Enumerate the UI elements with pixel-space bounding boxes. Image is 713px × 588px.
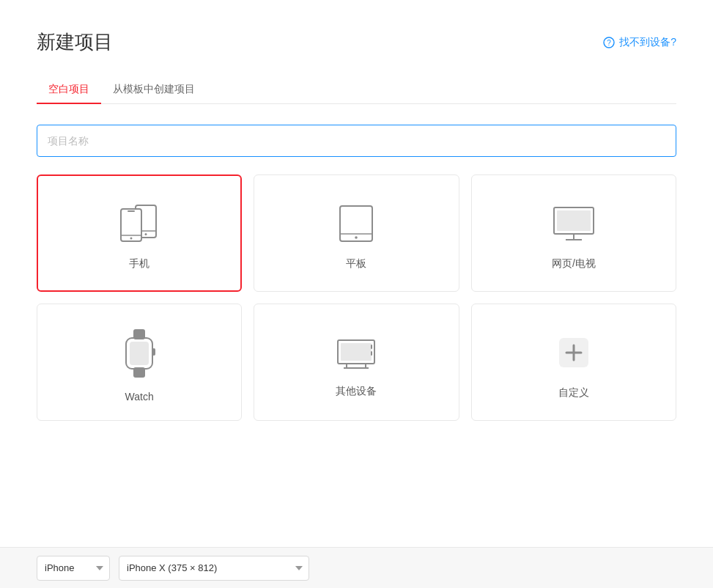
device-label-other: 其他设备 — [336, 385, 377, 398]
page-container: 新建项目 ? 找不到设备? 空白项目 从模板中创建项目 — [0, 0, 713, 421]
tablet-icon — [334, 202, 378, 246]
device-card-other[interactable]: 其他设备 — [254, 304, 459, 421]
device-card-mobile[interactable]: 手机 — [37, 174, 242, 292]
svg-point-7 — [130, 238, 133, 240]
page-title: 新建项目 — [37, 29, 113, 55]
svg-rect-27 — [371, 351, 372, 356]
mobile-icon — [114, 202, 165, 246]
help-link-text: 找不到设备? — [619, 36, 676, 49]
tab-template[interactable]: 从模板中创建项目 — [101, 76, 207, 103]
svg-point-10 — [355, 236, 358, 239]
page-header: 新建项目 ? 找不到设备? — [37, 29, 676, 55]
svg-rect-26 — [371, 345, 372, 349]
watch-icon — [117, 328, 161, 379]
question-icon: ? — [603, 37, 615, 48]
device-label-mobile: 手机 — [129, 257, 149, 271]
svg-rect-22 — [341, 343, 372, 361]
device-type-select[interactable]: iPhone Android — [37, 556, 110, 581]
device-label-web-tv: 网页/电视 — [552, 257, 596, 271]
device-card-web-tv[interactable]: 网页/电视 — [471, 174, 676, 292]
project-name-input[interactable] — [37, 125, 676, 157]
device-label-tablet: 平板 — [346, 257, 366, 271]
device-card-tablet[interactable]: 平板 — [254, 174, 459, 292]
help-link[interactable]: ? 找不到设备? — [603, 36, 676, 49]
svg-rect-9 — [340, 206, 372, 241]
device-model-select[interactable]: iPhone X (375 × 812) iPhone 8 (375 × 667… — [119, 556, 309, 581]
svg-rect-15 — [557, 210, 591, 231]
other-device-icon — [330, 333, 382, 373]
bottom-bar: iPhone Android iPhone X (375 × 812) iPho… — [0, 547, 713, 588]
device-grid: 手机 平板 — [37, 174, 676, 421]
custom-icon — [552, 331, 596, 375]
web-tv-icon — [548, 202, 599, 246]
svg-point-4 — [145, 233, 147, 235]
tab-blank[interactable]: 空白项目 — [37, 76, 101, 103]
tabs-bar: 空白项目 从模板中创建项目 — [37, 76, 676, 104]
device-card-watch[interactable]: Watch — [37, 304, 242, 421]
device-label-custom: 自定义 — [558, 386, 589, 400]
svg-rect-20 — [152, 348, 155, 356]
svg-rect-8 — [128, 210, 135, 212]
device-label-watch: Watch — [125, 391, 154, 403]
svg-rect-5 — [121, 209, 141, 241]
svg-rect-19 — [130, 342, 149, 365]
svg-text:?: ? — [607, 39, 611, 47]
device-card-custom[interactable]: 自定义 — [471, 304, 676, 421]
